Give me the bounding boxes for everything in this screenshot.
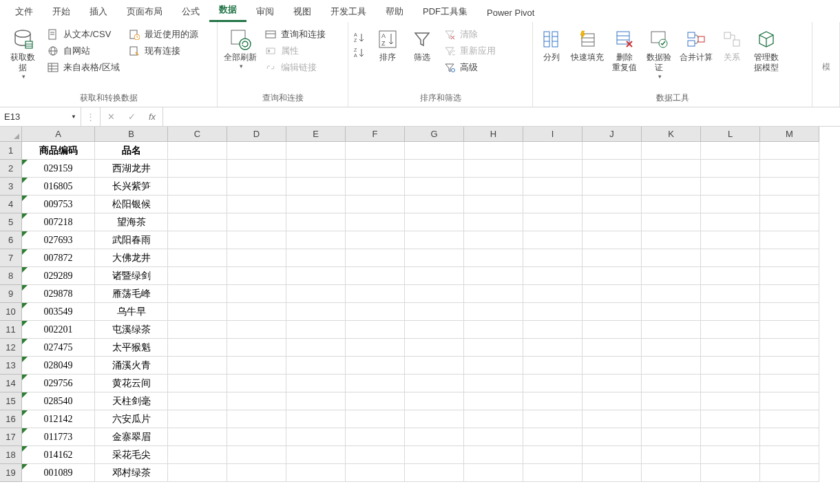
row-header-14[interactable]: 14 xyxy=(0,375,22,392)
row-header-3[interactable]: 3 xyxy=(0,178,22,196)
cell-I3[interactable] xyxy=(523,178,582,196)
cell-M14[interactable] xyxy=(760,375,819,392)
cell-L17[interactable] xyxy=(701,428,760,446)
cell-B10[interactable]: 乌牛早 xyxy=(95,303,168,321)
cell-J5[interactable] xyxy=(582,213,642,231)
cell-C15[interactable] xyxy=(168,392,227,410)
cell-J4[interactable] xyxy=(582,196,642,213)
cell-E3[interactable] xyxy=(286,178,346,196)
cell-I8[interactable] xyxy=(523,267,582,285)
tab-帮助[interactable]: 帮助 xyxy=(376,1,413,22)
from-text-csv-button[interactable]: 从文本/CSV xyxy=(43,26,124,43)
row-header-17[interactable]: 17 xyxy=(0,428,22,446)
advanced-filter-button[interactable]: 高级 xyxy=(439,59,500,76)
cell-K1[interactable] xyxy=(642,142,701,160)
row-header-13[interactable]: 13 xyxy=(0,357,22,375)
cell-C18[interactable] xyxy=(168,446,227,464)
cell-D13[interactable] xyxy=(227,357,286,375)
row-header-18[interactable]: 18 xyxy=(0,446,22,464)
cell-G4[interactable] xyxy=(405,196,464,213)
cell-C11[interactable] xyxy=(168,321,227,339)
cell-M15[interactable] xyxy=(760,392,819,410)
cell-F13[interactable] xyxy=(346,357,405,375)
manage-data-model-button[interactable]: 管理数 据模型 xyxy=(748,23,785,73)
cell-F17[interactable] xyxy=(346,428,405,446)
cell-K17[interactable] xyxy=(642,428,701,446)
cell-E15[interactable] xyxy=(286,392,346,410)
cell-E9[interactable] xyxy=(286,285,346,303)
cell-C17[interactable] xyxy=(168,428,227,446)
cell-E8[interactable] xyxy=(286,267,346,285)
cell-H2[interactable] xyxy=(464,160,523,178)
cell-J15[interactable] xyxy=(582,392,642,410)
cell-B2[interactable]: 西湖龙井 xyxy=(95,160,168,178)
queries-connections-button[interactable]: 查询和连接 xyxy=(260,26,330,43)
cell-A19[interactable]: 001089 xyxy=(22,464,95,482)
cell-K3[interactable] xyxy=(642,178,701,196)
cell-L1[interactable] xyxy=(701,142,760,160)
row-header-7[interactable]: 7 xyxy=(0,249,22,267)
cell-H9[interactable] xyxy=(464,285,523,303)
cell-C2[interactable] xyxy=(168,160,227,178)
cell-E11[interactable] xyxy=(286,321,346,339)
cell-H4[interactable] xyxy=(464,196,523,213)
cell-F19[interactable] xyxy=(346,464,405,482)
cell-A15[interactable]: 028540 xyxy=(22,392,95,410)
cell-L7[interactable] xyxy=(701,249,760,267)
cell-B16[interactable]: 六安瓜片 xyxy=(95,410,168,428)
cell-B5[interactable]: 望海茶 xyxy=(95,213,168,231)
tab-开始[interactable]: 开始 xyxy=(43,1,80,22)
tab-Power Pivot[interactable]: Power Pivot xyxy=(477,3,544,22)
cell-G18[interactable] xyxy=(405,446,464,464)
cell-E2[interactable] xyxy=(286,160,346,178)
cell-M7[interactable] xyxy=(760,249,819,267)
cell-J13[interactable] xyxy=(582,357,642,375)
column-header-E[interactable]: E xyxy=(286,127,346,142)
cell-A18[interactable]: 014162 xyxy=(22,446,95,464)
cell-B14[interactable]: 黄花云间 xyxy=(95,375,168,392)
cell-M4[interactable] xyxy=(760,196,819,213)
cell-G11[interactable] xyxy=(405,321,464,339)
cell-L13[interactable] xyxy=(701,357,760,375)
tab-插入[interactable]: 插入 xyxy=(80,1,117,22)
tab-视图[interactable]: 视图 xyxy=(284,1,321,22)
cell-D14[interactable] xyxy=(227,375,286,392)
cell-G9[interactable] xyxy=(405,285,464,303)
column-header-D[interactable]: D xyxy=(227,127,286,142)
cell-C9[interactable] xyxy=(168,285,227,303)
cell-A5[interactable]: 007218 xyxy=(22,213,95,231)
cell-E13[interactable] xyxy=(286,357,346,375)
cell-K2[interactable] xyxy=(642,160,701,178)
cell-D15[interactable] xyxy=(227,392,286,410)
get-data-button[interactable]: 获取数 据 ▾ xyxy=(3,23,43,80)
cell-B8[interactable]: 诸暨绿剑 xyxy=(95,267,168,285)
cell-A14[interactable]: 029756 xyxy=(22,375,95,392)
cell-G7[interactable] xyxy=(405,249,464,267)
reapply-button[interactable]: 重新应用 xyxy=(439,43,500,59)
cell-I1[interactable] xyxy=(523,142,582,160)
cell-G1[interactable] xyxy=(405,142,464,160)
column-header-K[interactable]: K xyxy=(642,127,701,142)
cell-A7[interactable]: 007872 xyxy=(22,249,95,267)
flash-fill-button[interactable]: 快速填充 xyxy=(567,23,607,63)
cell-J7[interactable] xyxy=(582,249,642,267)
tab-PDF工具集[interactable]: PDF工具集 xyxy=(413,1,477,22)
cell-F14[interactable] xyxy=(346,375,405,392)
cell-D18[interactable] xyxy=(227,446,286,464)
clear-filter-button[interactable]: 清除 xyxy=(439,26,500,43)
cell-H13[interactable] xyxy=(464,357,523,375)
tab-页面布局[interactable]: 页面布局 xyxy=(117,1,172,22)
cell-G14[interactable] xyxy=(405,375,464,392)
cell-A17[interactable]: 011773 xyxy=(22,428,95,446)
cell-A11[interactable]: 002201 xyxy=(22,321,95,339)
cell-E12[interactable] xyxy=(286,339,346,357)
column-header-B[interactable]: B xyxy=(95,127,168,142)
cell-E1[interactable] xyxy=(286,142,346,160)
cell-C13[interactable] xyxy=(168,357,227,375)
cell-A8[interactable]: 029289 xyxy=(22,267,95,285)
cell-H17[interactable] xyxy=(464,428,523,446)
row-header-9[interactable]: 9 xyxy=(0,285,22,303)
cell-K11[interactable] xyxy=(642,321,701,339)
row-header-1[interactable]: 1 xyxy=(0,142,22,160)
cell-H14[interactable] xyxy=(464,375,523,392)
